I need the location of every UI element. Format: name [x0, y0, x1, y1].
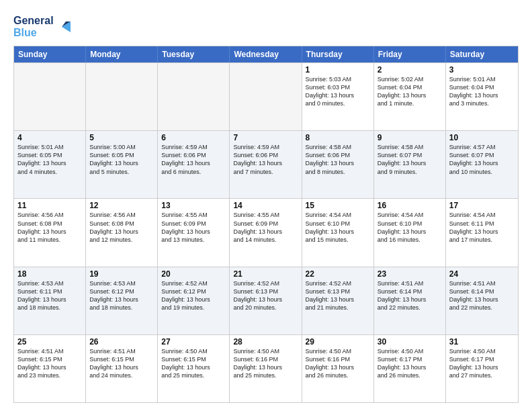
day-info: Sunrise: 4:56 AM Sunset: 6:08 PM Dayligh…	[17, 211, 82, 244]
cal-cell-row0-col1	[86, 63, 158, 130]
calendar-body: 1Sunrise: 5:03 AM Sunset: 6:03 PM Daylig…	[14, 62, 518, 402]
cal-cell-row0-col4: 1Sunrise: 5:03 AM Sunset: 6:03 PM Daylig…	[302, 63, 374, 130]
day-info: Sunrise: 4:58 AM Sunset: 6:06 PM Dayligh…	[306, 143, 370, 176]
logo-svg: General Blue	[13, 12, 74, 40]
weekday-header-sunday: Sunday	[14, 46, 86, 62]
calendar-row-3: 18Sunrise: 4:53 AM Sunset: 6:11 PM Dayli…	[14, 267, 518, 334]
weekday-header-thursday: Thursday	[302, 46, 374, 62]
weekday-header-tuesday: Tuesday	[158, 46, 230, 62]
cal-cell-row0-col3	[230, 63, 302, 130]
day-number: 6	[161, 133, 226, 142]
weekday-header-saturday: Saturday	[446, 46, 518, 62]
day-info: Sunrise: 4:52 AM Sunset: 6:13 PM Dayligh…	[306, 279, 370, 312]
day-info: Sunrise: 4:54 AM Sunset: 6:10 PM Dayligh…	[306, 211, 370, 244]
cal-cell-row1-col3: 7Sunrise: 4:59 AM Sunset: 6:06 PM Daylig…	[230, 131, 302, 198]
svg-text:Blue: Blue	[13, 27, 37, 38]
cal-cell-row3-col0: 18Sunrise: 4:53 AM Sunset: 6:11 PM Dayli…	[14, 267, 86, 334]
day-number: 1	[306, 65, 370, 75]
day-number: 25	[17, 337, 82, 347]
cal-cell-row3-col1: 19Sunrise: 4:53 AM Sunset: 6:12 PM Dayli…	[86, 267, 158, 334]
page: General Blue SundayMondayTuesdayWednesda…	[0, 0, 532, 411]
day-number: 10	[449, 133, 515, 142]
weekday-header-friday: Friday	[374, 46, 446, 62]
day-number: 19	[89, 269, 154, 279]
day-info: Sunrise: 4:53 AM Sunset: 6:11 PM Dayligh…	[17, 279, 82, 312]
cal-cell-row3-col2: 20Sunrise: 4:52 AM Sunset: 6:12 PM Dayli…	[158, 267, 230, 334]
calendar-header: SundayMondayTuesdayWednesdayThursdayFrid…	[14, 46, 518, 62]
day-info: Sunrise: 4:50 AM Sunset: 6:17 PM Dayligh…	[449, 347, 515, 380]
day-number: 2	[378, 65, 442, 75]
weekday-header-monday: Monday	[86, 46, 158, 62]
cal-cell-row3-col6: 24Sunrise: 4:51 AM Sunset: 6:14 PM Dayli…	[446, 267, 518, 334]
day-info: Sunrise: 4:50 AM Sunset: 6:15 PM Dayligh…	[161, 347, 226, 380]
day-info: Sunrise: 4:50 AM Sunset: 6:17 PM Dayligh…	[378, 347, 442, 380]
day-info: Sunrise: 4:59 AM Sunset: 6:06 PM Dayligh…	[233, 143, 298, 176]
day-info: Sunrise: 4:51 AM Sunset: 6:15 PM Dayligh…	[17, 347, 82, 380]
day-info: Sunrise: 4:50 AM Sunset: 6:16 PM Dayligh…	[306, 347, 370, 380]
day-number: 3	[449, 65, 515, 75]
calendar: SundayMondayTuesdayWednesdayThursdayFrid…	[13, 46, 519, 403]
cal-cell-row2-col4: 15Sunrise: 4:54 AM Sunset: 6:10 PM Dayli…	[302, 199, 374, 266]
day-number: 23	[378, 269, 442, 279]
day-number: 24	[449, 269, 515, 279]
day-info: Sunrise: 4:54 AM Sunset: 6:11 PM Dayligh…	[449, 211, 515, 244]
day-number: 9	[378, 133, 442, 142]
calendar-row-1: 4Sunrise: 5:01 AM Sunset: 6:05 PM Daylig…	[14, 130, 518, 198]
day-info: Sunrise: 4:59 AM Sunset: 6:06 PM Dayligh…	[161, 143, 226, 176]
day-info: Sunrise: 5:01 AM Sunset: 6:04 PM Dayligh…	[449, 75, 515, 108]
cal-cell-row2-col2: 13Sunrise: 4:55 AM Sunset: 6:09 PM Dayli…	[158, 199, 230, 266]
cal-cell-row2-col6: 17Sunrise: 4:54 AM Sunset: 6:11 PM Dayli…	[446, 199, 518, 266]
day-number: 16	[378, 201, 442, 210]
cal-cell-row3-col4: 22Sunrise: 4:52 AM Sunset: 6:13 PM Dayli…	[302, 267, 374, 334]
day-number: 31	[449, 337, 515, 347]
day-number: 13	[161, 201, 226, 210]
day-info: Sunrise: 4:55 AM Sunset: 6:09 PM Dayligh…	[233, 211, 298, 244]
weekday-header-wednesday: Wednesday	[230, 46, 302, 62]
day-number: 18	[17, 269, 82, 279]
cal-cell-row4-col5: 30Sunrise: 4:50 AM Sunset: 6:17 PM Dayli…	[374, 335, 446, 402]
cal-cell-row0-col2	[158, 63, 230, 130]
day-info: Sunrise: 4:51 AM Sunset: 6:14 PM Dayligh…	[449, 279, 515, 312]
day-number: 11	[17, 201, 82, 210]
cal-cell-row4-col2: 27Sunrise: 4:50 AM Sunset: 6:15 PM Dayli…	[158, 335, 230, 402]
day-number: 7	[233, 133, 298, 142]
day-number: 29	[306, 337, 370, 347]
day-number: 17	[449, 201, 515, 210]
day-info: Sunrise: 5:01 AM Sunset: 6:05 PM Dayligh…	[17, 143, 82, 176]
calendar-row-0: 1Sunrise: 5:03 AM Sunset: 6:03 PM Daylig…	[14, 62, 518, 130]
day-info: Sunrise: 4:52 AM Sunset: 6:13 PM Dayligh…	[233, 279, 298, 312]
cal-cell-row2-col1: 12Sunrise: 4:56 AM Sunset: 6:08 PM Dayli…	[86, 199, 158, 266]
day-number: 4	[17, 133, 82, 142]
day-number: 26	[89, 337, 154, 347]
day-number: 21	[233, 269, 298, 279]
cal-cell-row1-col5: 9Sunrise: 4:58 AM Sunset: 6:07 PM Daylig…	[374, 131, 446, 198]
day-info: Sunrise: 4:57 AM Sunset: 6:07 PM Dayligh…	[449, 143, 515, 176]
day-number: 22	[306, 269, 370, 279]
cal-cell-row2-col0: 11Sunrise: 4:56 AM Sunset: 6:08 PM Dayli…	[14, 199, 86, 266]
day-info: Sunrise: 5:02 AM Sunset: 6:04 PM Dayligh…	[378, 75, 442, 108]
cal-cell-row4-col4: 29Sunrise: 4:50 AM Sunset: 6:16 PM Dayli…	[302, 335, 374, 402]
day-info: Sunrise: 4:52 AM Sunset: 6:12 PM Dayligh…	[161, 279, 226, 312]
cal-cell-row1-col2: 6Sunrise: 4:59 AM Sunset: 6:06 PM Daylig…	[158, 131, 230, 198]
cal-cell-row0-col5: 2Sunrise: 5:02 AM Sunset: 6:04 PM Daylig…	[374, 63, 446, 130]
cal-cell-row0-col6: 3Sunrise: 5:01 AM Sunset: 6:04 PM Daylig…	[446, 63, 518, 130]
cal-cell-row1-col6: 10Sunrise: 4:57 AM Sunset: 6:07 PM Dayli…	[446, 131, 518, 198]
cal-cell-row2-col5: 16Sunrise: 4:54 AM Sunset: 6:10 PM Dayli…	[374, 199, 446, 266]
logo: General Blue	[13, 12, 74, 40]
cal-cell-row1-col1: 5Sunrise: 5:00 AM Sunset: 6:05 PM Daylig…	[86, 131, 158, 198]
cal-cell-row4-col0: 25Sunrise: 4:51 AM Sunset: 6:15 PM Dayli…	[14, 335, 86, 402]
day-number: 28	[233, 337, 298, 347]
day-info: Sunrise: 4:50 AM Sunset: 6:16 PM Dayligh…	[233, 347, 298, 380]
day-info: Sunrise: 4:51 AM Sunset: 6:15 PM Dayligh…	[89, 347, 154, 380]
cal-cell-row1-col0: 4Sunrise: 5:01 AM Sunset: 6:05 PM Daylig…	[14, 131, 86, 198]
cal-cell-row4-col6: 31Sunrise: 4:50 AM Sunset: 6:17 PM Dayli…	[446, 335, 518, 402]
svg-text:General: General	[13, 15, 54, 26]
day-number: 20	[161, 269, 226, 279]
day-info: Sunrise: 4:56 AM Sunset: 6:08 PM Dayligh…	[89, 211, 154, 244]
day-info: Sunrise: 5:00 AM Sunset: 6:05 PM Dayligh…	[89, 143, 154, 176]
day-number: 5	[89, 133, 154, 142]
day-info: Sunrise: 4:54 AM Sunset: 6:10 PM Dayligh…	[378, 211, 442, 244]
cal-cell-row2-col3: 14Sunrise: 4:55 AM Sunset: 6:09 PM Dayli…	[230, 199, 302, 266]
cal-cell-row4-col1: 26Sunrise: 4:51 AM Sunset: 6:15 PM Dayli…	[86, 335, 158, 402]
header: General Blue	[13, 12, 519, 40]
